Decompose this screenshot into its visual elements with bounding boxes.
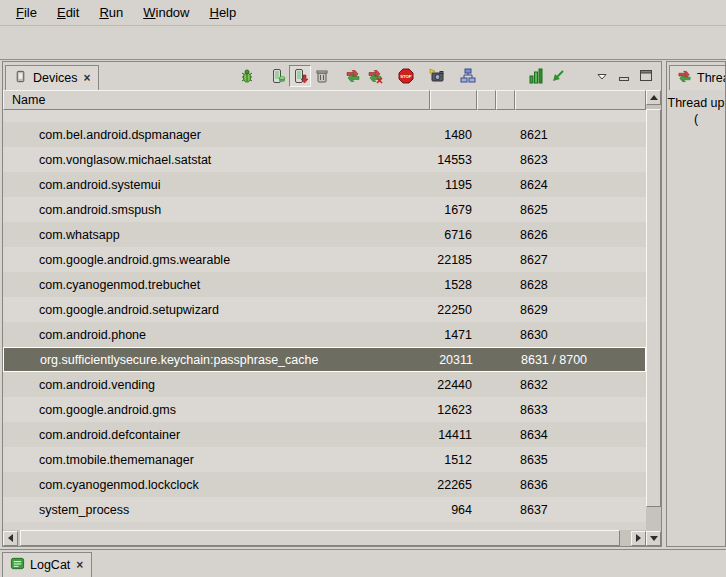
start-trace-icon xyxy=(550,68,566,84)
column-header-name[interactable]: Name xyxy=(3,90,430,110)
close-icon[interactable]: × xyxy=(82,71,91,85)
menu-window[interactable]: Window xyxy=(133,1,199,24)
table-row[interactable]: com.cyanogenmod.trebuchet 1528 8628 xyxy=(3,272,646,297)
main-toolbar-strip xyxy=(0,26,726,60)
tab-logcat[interactable]: LogCat × xyxy=(2,552,92,577)
process-name-cell: com.cyanogenmod.trebuchet xyxy=(3,278,430,292)
column-header-2[interactable] xyxy=(477,90,496,110)
pid-cell: 1471 xyxy=(430,328,477,342)
process-name-cell: com.android.vending xyxy=(3,378,430,392)
process-name-cell: com.google.android.gms.wearable xyxy=(3,253,430,267)
dump-view-hierarchy-icon xyxy=(460,68,476,84)
tab-threads[interactable]: Threads xyxy=(669,65,726,90)
process-name-cell: com.android.defcontainer xyxy=(3,428,430,442)
close-icon[interactable]: × xyxy=(75,558,84,572)
pid-cell: 22440 xyxy=(430,378,477,392)
pid-cell: 6716 xyxy=(430,228,477,242)
dump-hprof-button[interactable] xyxy=(289,65,311,87)
view-menu-button[interactable] xyxy=(591,65,613,87)
scroll-right-button[interactable] xyxy=(631,531,646,546)
start-trace-button[interactable] xyxy=(547,65,569,87)
column-header-3[interactable] xyxy=(496,90,515,110)
port-cell: 8635 xyxy=(515,453,646,467)
menu-edit[interactable]: Edit xyxy=(47,1,89,24)
horizontal-scroll-thumb[interactable] xyxy=(20,530,620,546)
devices-tab-icon xyxy=(13,69,28,87)
table-row[interactable]: com.cyanogenmod.lockclock 22265 8636 xyxy=(3,472,646,497)
menu-run[interactable]: Run xyxy=(89,1,133,24)
devices-table-area: Name com.bel.android.dspmanager 1480 xyxy=(3,90,661,546)
devices-toolbar: STOP xyxy=(236,62,661,90)
minimize-icon xyxy=(616,68,632,84)
update-threads-button[interactable] xyxy=(342,65,364,87)
start-method-profiling-icon xyxy=(367,68,383,84)
port-cell: 8623 xyxy=(515,153,646,167)
dump-hprof-icon xyxy=(292,68,308,84)
vertical-scrollbar[interactable] xyxy=(646,90,661,546)
pid-cell: 12623 xyxy=(430,403,477,417)
table-row[interactable]: com.android.defcontainer 14411 8634 xyxy=(3,422,646,447)
start-method-profiling-button[interactable] xyxy=(364,65,386,87)
menu-file[interactable]: File xyxy=(6,1,47,24)
devices-tabstrip: Devices × xyxy=(3,62,661,90)
table-row[interactable]: com.bel.android.dspmanager 1480 8621 xyxy=(3,122,646,147)
table-row[interactable]: system_process 964 8637 xyxy=(3,497,646,522)
pid-cell: 1480 xyxy=(430,128,477,142)
column-header-port[interactable] xyxy=(515,90,646,110)
port-cell: 8637 xyxy=(515,503,646,517)
pid-cell: 22250 xyxy=(430,303,477,317)
stop-process-button[interactable]: STOP xyxy=(395,65,417,87)
pid-cell: 22265 xyxy=(430,478,477,492)
maximize-icon xyxy=(638,68,654,84)
table-row[interactable]: com.google.android.gms 12623 8633 xyxy=(3,397,646,422)
debug-process-button[interactable] xyxy=(236,65,258,87)
tab-devices[interactable]: Devices × xyxy=(5,65,99,90)
table-row[interactable]: com.google.android.gms.wearable 22185 86… xyxy=(3,247,646,272)
scroll-left-button[interactable] xyxy=(3,531,18,546)
vertical-scroll-track[interactable] xyxy=(646,105,661,531)
process-name-cell: system_process xyxy=(3,503,430,517)
table-row[interactable]: com.android.vending 22440 8632 xyxy=(3,372,646,397)
table-row[interactable]: com.whatsapp 6716 8626 xyxy=(3,222,646,247)
ddms-window: { "colors": { "window_bg": "#d6d3ce", "s… xyxy=(0,0,726,577)
scroll-up-button[interactable] xyxy=(646,90,661,105)
menu-help[interactable]: Help xyxy=(199,1,246,24)
process-name-cell: com.vonglasow.michael.satstat xyxy=(3,153,430,167)
table-row[interactable]: com.android.phone 1471 8630 xyxy=(3,322,646,347)
port-cell: 8636 xyxy=(515,478,646,492)
cause-gc-button[interactable] xyxy=(311,65,333,87)
port-cell: 8629 xyxy=(515,303,646,317)
device-table-header: Name xyxy=(3,90,646,110)
update-heap-button[interactable] xyxy=(267,65,289,87)
menubar: File Edit Run Window Help xyxy=(0,0,726,26)
capture-system-info-button[interactable] xyxy=(525,65,547,87)
view-menu-icon xyxy=(594,68,610,84)
table-row[interactable]: com.tmobile.thememanager 1512 8635 xyxy=(3,447,646,472)
dump-view-hierarchy-button[interactable] xyxy=(457,65,479,87)
table-row[interactable]: com.android.smspush 1679 8625 xyxy=(3,197,646,222)
maximize-button[interactable] xyxy=(635,65,657,87)
minimize-button[interactable] xyxy=(613,65,635,87)
port-cell: 8632 xyxy=(515,378,646,392)
table-row[interactable]: com.google.android.setupwizard 22250 862… xyxy=(3,297,646,322)
process-name-cell: com.google.android.gms xyxy=(3,403,430,417)
process-name-cell: com.google.android.setupwizard xyxy=(3,303,430,317)
horizontal-scroll-track[interactable] xyxy=(18,530,631,546)
process-name-cell: com.cyanogenmod.lockclock xyxy=(3,478,430,492)
screen-capture-icon xyxy=(429,68,445,84)
table-row[interactable]: org.sufficientlysecure.keychain:passphra… xyxy=(3,347,646,372)
threads-view: Threads Thread up ( xyxy=(666,61,726,547)
column-header-pid[interactable] xyxy=(430,90,477,110)
pid-cell: 964 xyxy=(430,503,477,517)
debug-process-icon xyxy=(239,68,255,84)
logcat-tab-label: LogCat xyxy=(30,558,70,572)
screen-capture-button[interactable] xyxy=(426,65,448,87)
update-threads-icon xyxy=(345,68,361,84)
table-row[interactable]: com.vonglasow.michael.satstat 14553 8623 xyxy=(3,147,646,172)
horizontal-scrollbar[interactable] xyxy=(3,530,646,546)
port-cell: 8625 xyxy=(515,203,646,217)
table-row[interactable]: com.android.systemui 1195 8624 xyxy=(3,172,646,197)
scroll-down-button[interactable] xyxy=(646,531,661,546)
update-heap-icon xyxy=(270,68,286,84)
vertical-scroll-thumb[interactable] xyxy=(646,109,661,507)
